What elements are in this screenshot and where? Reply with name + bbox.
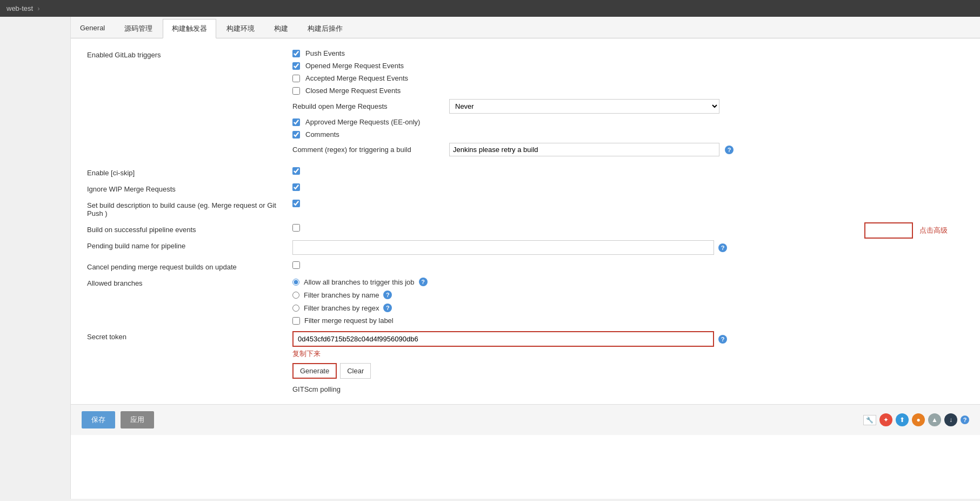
project-name[interactable]: web-test <box>6 4 33 12</box>
icon-orange[interactable]: ● <box>912 413 925 426</box>
push-events-checkbox[interactable] <box>292 50 300 57</box>
triggers-list: Push Events Opened Merge Request Events … <box>292 49 964 161</box>
allowed-branches-radio-group: Allow all branches to trigger this job ?… <box>292 278 428 325</box>
filter-by-name-label: Filter branches by name <box>304 291 379 299</box>
trigger-approved: Approved Merge Requests (EE-only) <box>292 118 964 126</box>
content-area: General 源码管理 构建触发器 构建环境 构建 构建后操作 点击高级 En… <box>70 17 980 499</box>
token-row: ? <box>292 331 727 347</box>
radio-all-branches: Allow all branches to trigger this job ? <box>292 278 428 286</box>
token-buttons: Generate Clear <box>292 363 727 379</box>
ignore-wip-checkbox[interactable] <box>292 183 300 191</box>
pending-build-label: Pending build name for pipeline <box>87 240 292 250</box>
filter-by-name-help-icon[interactable]: ? <box>383 291 392 299</box>
tab-post-build[interactable]: 构建后操作 <box>298 19 352 38</box>
bottom-help-icon[interactable]: ? <box>961 416 969 424</box>
ignore-wip-label: Ignore WIP Merge Requests <box>87 183 292 193</box>
pending-build-input[interactable] <box>292 240 714 255</box>
jenkins-logo: 🔧 <box>863 415 876 425</box>
all-branches-radio[interactable] <box>292 279 299 286</box>
secret-token-row: Secret token ? 复制下来 Generate Clear <box>87 331 964 379</box>
icon-blue[interactable]: ⬆ <box>896 413 909 426</box>
radio-filter-by-name: Filter branches by name ? <box>292 291 428 299</box>
gitscm-row: GITScm polling <box>87 385 964 393</box>
advanced-arrow-label: 点击高级 <box>919 226 948 235</box>
icon-red[interactable]: ✦ <box>879 413 892 426</box>
allowed-branches-label: Allowed branches <box>87 278 292 287</box>
ignore-wip-control <box>292 183 300 191</box>
sidebar <box>0 17 70 499</box>
build-desc-row: Set build description to build cause (eg… <box>87 200 964 217</box>
cancel-pending-row: Cancel pending merge request builds on u… <box>87 261 964 271</box>
filter-merge-label-label: Filter merge request by label <box>304 317 394 325</box>
approved-checkbox[interactable] <box>292 118 300 126</box>
all-branches-help-icon[interactable]: ? <box>419 278 428 286</box>
rebuild-row: Rebuild open Merge Requests Never On pus… <box>292 99 964 114</box>
ignore-wip-row: Ignore WIP Merge Requests <box>87 183 964 193</box>
gitscm-text: GITScm polling <box>292 385 341 393</box>
build-pipeline-control <box>292 224 300 232</box>
tab-general[interactable]: General <box>71 19 114 38</box>
accepted-merge-checkbox[interactable] <box>292 75 300 82</box>
secret-token-input[interactable] <box>292 331 714 347</box>
clear-button[interactable]: Clear <box>340 363 371 379</box>
comment-regex-row: Comment (regex) for triggering a build ? <box>292 143 964 156</box>
approved-label: Approved Merge Requests (EE-only) <box>305 118 457 126</box>
secret-token-help-icon[interactable]: ? <box>718 335 727 344</box>
push-events-label: Push Events <box>305 49 457 57</box>
pending-build-control: ? <box>292 240 727 255</box>
apply-button[interactable]: 应用 <box>121 411 154 429</box>
rebuild-label: Rebuild open Merge Requests <box>292 102 444 110</box>
copy-hint: 复制下来 <box>292 349 727 359</box>
breadcrumb-arrow: › <box>37 4 39 12</box>
trigger-accepted-merge: Accepted Merge Request Events <box>292 74 964 82</box>
advanced-button-area: 点击高级 <box>864 222 948 239</box>
comment-regex-input[interactable] <box>449 143 719 156</box>
cancel-pending-control <box>292 261 300 269</box>
build-desc-checkbox[interactable] <box>292 200 300 207</box>
comments-checkbox[interactable] <box>292 131 300 139</box>
filter-by-regex-label: Filter branches by regex <box>304 304 379 312</box>
generate-button[interactable]: Generate <box>292 363 337 379</box>
filter-merge-label-checkbox[interactable] <box>292 317 300 325</box>
secret-token-section: ? 复制下来 Generate Clear <box>292 331 727 379</box>
filter-by-regex-help-icon[interactable]: ? <box>383 304 392 312</box>
ci-skip-control <box>292 167 300 175</box>
tab-triggers[interactable]: 构建触发器 <box>163 19 216 38</box>
pending-build-row: Pending build name for pipeline ? <box>87 240 964 255</box>
build-pipeline-checkbox[interactable] <box>292 224 300 232</box>
gitscm-label <box>87 388 292 390</box>
tab-env[interactable]: 构建环境 <box>217 19 264 38</box>
filter-by-name-radio[interactable] <box>292 292 299 299</box>
ci-skip-checkbox[interactable] <box>292 167 300 175</box>
tab-source[interactable]: 源码管理 <box>115 19 162 38</box>
allowed-branches-row: Allowed branches Allow all branches to t… <box>87 278 964 325</box>
radio-filter-by-regex: Filter branches by regex ? <box>292 304 428 312</box>
save-button[interactable]: 保存 <box>82 411 115 429</box>
rebuild-select[interactable]: Never On push to source branch On push t… <box>449 99 719 114</box>
comment-regex-controls: ? <box>449 143 734 156</box>
cancel-pending-label: Cancel pending merge request builds on u… <box>87 261 292 271</box>
comments-label: Comments <box>305 130 457 139</box>
tab-build[interactable]: 构建 <box>265 19 297 38</box>
closed-merge-checkbox[interactable] <box>292 87 300 95</box>
icon-gray[interactable]: ▲ <box>928 413 941 426</box>
gitlab-triggers-label: Enabled GitLab triggers <box>87 49 292 161</box>
bottom-icons: 🔧 ✦ ⬆ ● ▲ ↓ ? <box>863 413 969 426</box>
form-area: 点击高级 Enabled GitLab triggers Push Events… <box>71 38 980 404</box>
opened-merge-checkbox[interactable] <box>292 62 300 70</box>
build-pipeline-row: Build on successful pipeline events <box>87 224 964 234</box>
comment-regex-help-icon[interactable]: ? <box>725 146 734 154</box>
secret-token-label: Secret token <box>87 331 292 341</box>
build-pipeline-label: Build on successful pipeline events <box>87 224 292 234</box>
cancel-pending-checkbox[interactable] <box>292 261 300 269</box>
filter-by-regex-radio[interactable] <box>292 305 299 312</box>
advanced-button-box[interactable] <box>864 222 913 239</box>
build-desc-label: Set build description to build cause (eg… <box>87 200 292 217</box>
pending-build-help-icon[interactable]: ? <box>718 243 727 252</box>
closed-merge-label: Closed Merge Request Events <box>305 87 457 95</box>
accepted-merge-label: Accepted Merge Request Events <box>305 74 457 82</box>
icon-dark[interactable]: ↓ <box>944 413 957 426</box>
radio-filter-merge-label: Filter merge request by label <box>292 317 428 325</box>
build-desc-control <box>292 200 300 207</box>
trigger-opened-merge: Opened Merge Request Events <box>292 62 964 70</box>
